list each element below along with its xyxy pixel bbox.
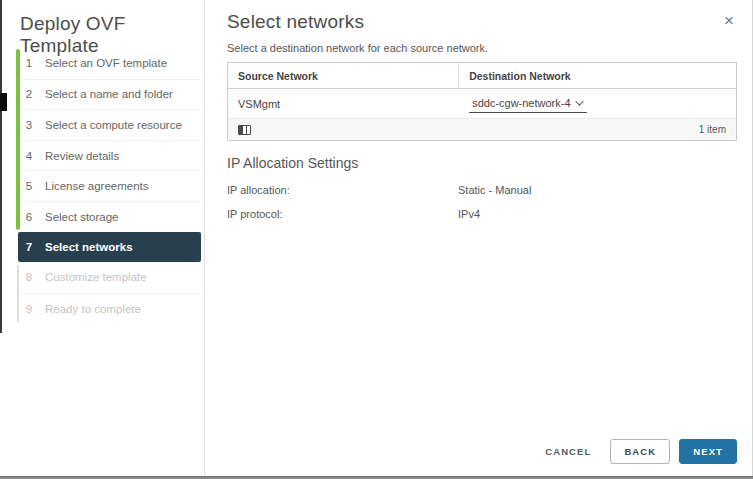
step-2-select-name-folder[interactable]: 2 Select a name and folder bbox=[22, 79, 201, 110]
step-3-select-compute-resource[interactable]: 3 Select a compute resource bbox=[22, 109, 201, 140]
table-footer: 1 item bbox=[228, 119, 736, 140]
step-label: Select networks bbox=[45, 241, 133, 253]
wizard-steps-list: 1 Select an OVF template 2 Select a name… bbox=[22, 48, 201, 323]
column-toggle-icon[interactable] bbox=[238, 125, 251, 135]
step-7-select-networks-active[interactable]: 7 Select networks bbox=[18, 232, 201, 263]
table-row: VSMgmt sddc-cgw-network-4 bbox=[228, 89, 736, 119]
step-label: Ready to complete bbox=[45, 303, 141, 315]
cancel-button[interactable]: CANCEL bbox=[535, 440, 601, 463]
step-label: Select storage bbox=[45, 211, 119, 223]
step-label: Customize template bbox=[45, 271, 147, 283]
chevron-down-icon bbox=[575, 97, 583, 105]
step-label: Select an OVF template bbox=[45, 57, 167, 69]
destination-network-selected-value: sddc-cgw-network-4 bbox=[472, 97, 570, 109]
step-8-customize-template: 8 Customize template bbox=[22, 262, 201, 293]
page-title: Select networks bbox=[206, 0, 753, 33]
table-header-row: Source Network Destination Network bbox=[228, 63, 736, 89]
ip-allocation-settings-heading: IP Allocation Settings bbox=[227, 155, 358, 171]
close-icon[interactable]: × bbox=[724, 12, 734, 29]
wizard-sidebar: Deploy OVF Template 1 Select an OVF temp… bbox=[0, 0, 205, 476]
screen-edge-artifact bbox=[0, 0, 2, 333]
next-button[interactable]: NEXT bbox=[679, 439, 737, 464]
destination-network-select[interactable]: sddc-cgw-network-4 bbox=[469, 95, 586, 113]
source-network-value: VSMgmt bbox=[228, 98, 459, 110]
ip-allocation-value: Static - Manual bbox=[458, 184, 531, 196]
step-9-ready-to-complete: 9 Ready to complete bbox=[22, 293, 201, 324]
ip-protocol-value: IPv4 bbox=[458, 208, 480, 220]
screen-edge-notch bbox=[0, 93, 7, 111]
step-label: Select a compute resource bbox=[45, 119, 182, 131]
step-1-select-ovf-template[interactable]: 1 Select an OVF template bbox=[22, 48, 201, 79]
step-label: Select a name and folder bbox=[45, 88, 173, 100]
ip-protocol-label: IP protocol: bbox=[227, 208, 282, 220]
item-count: 1 item bbox=[699, 124, 726, 135]
ip-allocation-row: IP allocation: Static - Manual bbox=[227, 184, 707, 196]
wizard-button-bar: CANCEL BACK NEXT bbox=[535, 439, 737, 464]
column-header-source-network[interactable]: Source Network bbox=[228, 63, 459, 88]
step-6-select-storage[interactable]: 6 Select storage bbox=[22, 201, 201, 232]
ip-allocation-label: IP allocation: bbox=[227, 184, 290, 196]
step-5-license-agreements[interactable]: 5 License agreements bbox=[22, 170, 201, 201]
step-4-review-details[interactable]: 4 Review details bbox=[22, 140, 201, 171]
column-header-destination-network[interactable]: Destination Network bbox=[459, 63, 736, 88]
pending-steps-rail bbox=[17, 265, 19, 322]
wizard-main-panel: × Select networks Select a destination n… bbox=[206, 0, 753, 479]
network-mapping-table: Source Network Destination Network VSMgm… bbox=[227, 62, 737, 141]
completed-steps-rail bbox=[16, 49, 20, 230]
step-label: Review details bbox=[45, 150, 119, 162]
back-button[interactable]: BACK bbox=[610, 439, 670, 464]
page-subtitle: Select a destination network for each so… bbox=[206, 33, 753, 54]
ip-protocol-row: IP protocol: IPv4 bbox=[227, 208, 707, 220]
step-label: License agreements bbox=[45, 180, 149, 192]
